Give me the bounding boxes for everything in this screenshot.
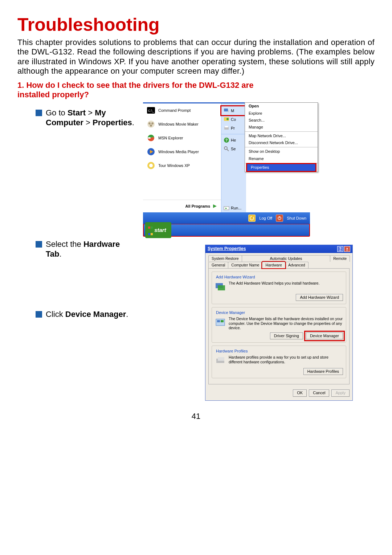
shutdown-icon	[276, 215, 283, 222]
my-computer-item[interactable]: M	[221, 106, 246, 115]
tab-general[interactable]: General	[208, 262, 228, 268]
ctx-search[interactable]: Search...	[245, 117, 318, 124]
menu-item-movie-maker[interactable]: Windows Movie Maker	[143, 117, 221, 131]
ctx-disconnect[interactable]: Disconnect Network Drive...	[245, 139, 318, 146]
group-text: The Add Hardware Wizard helps you instal…	[229, 281, 319, 292]
step-row-1: Go to Start > My Computer > Properties. …	[17, 102, 375, 237]
tab-computer-name[interactable]: Computer Name	[228, 262, 262, 268]
bold: Properties	[93, 118, 132, 127]
group-hw-profiles: Hardware Profiles Hardware profiles prov…	[212, 346, 346, 378]
label: MSN Explorer	[158, 136, 183, 140]
cancel-button[interactable]: Cancel	[309, 389, 329, 396]
start-menu-figure: C:\_ Command Prompt Windows Movie Maker …	[143, 102, 310, 237]
svg-text:C:\_: C:\_	[148, 109, 155, 113]
close-button[interactable]: ×	[344, 246, 350, 252]
ok-button[interactable]: OK	[293, 389, 307, 396]
ctx-open[interactable]: Open	[245, 103, 318, 110]
ctx-map[interactable]: Map Network Drive...	[245, 132, 318, 139]
add-hardware-wizard-button[interactable]: Add Hardware Wizard	[296, 294, 343, 301]
logoff-label[interactable]: Log Off	[259, 216, 272, 221]
right-item-se[interactable]: Se	[221, 144, 246, 153]
help-button[interactable]: ?	[337, 246, 343, 252]
tab-system-restore[interactable]: System Restore	[208, 255, 242, 262]
label: Pr	[231, 126, 235, 131]
tour-icon	[147, 161, 155, 170]
run-item[interactable]: Run...	[221, 204, 246, 212]
bold: Device Manager	[65, 310, 126, 319]
step-row-2: Select the Hardware Tab. Click Device Ma…	[17, 240, 375, 400]
menu-item-tour[interactable]: Tour Windows XP	[143, 159, 221, 172]
group-add-hardware: Add Hardware Wizard The Add Hardware Wiz…	[212, 272, 346, 304]
step2-bullet: Select the Hardware Tab.	[17, 240, 137, 259]
right-item-pr[interactable]: Pr	[221, 124, 246, 132]
label: Windows Media Player	[158, 150, 199, 154]
system-properties-dialog: System Properties ? × System Restore Aut…	[205, 245, 353, 400]
group-text: Hardware profiles provide a way for you …	[229, 355, 343, 366]
shutdown-label[interactable]: Shut Down	[287, 216, 306, 221]
text: .	[126, 310, 128, 319]
step3-text: Click Device Manager.	[46, 310, 128, 319]
group-title: Device Manager	[215, 310, 246, 315]
tab-hardware[interactable]: Hardware	[262, 262, 285, 268]
start-right-column: M Co Pr ? He Se	[221, 103, 246, 212]
svg-point-14	[226, 118, 229, 120]
driver-signing-button[interactable]: Driver Signing	[270, 332, 303, 339]
right-item-he[interactable]: ? He	[221, 136, 246, 144]
menu-item-wmp[interactable]: Windows Media Player	[143, 145, 221, 159]
apply-button[interactable]: Apply	[331, 389, 350, 396]
help-icon: ?	[224, 137, 229, 143]
titlebar: System Properties ? ×	[205, 245, 352, 253]
profiles-icon	[215, 355, 226, 366]
ctx-rename[interactable]: Rename	[245, 155, 318, 162]
tab-advanced[interactable]: Advanced	[285, 262, 309, 268]
label: Command Prompt	[158, 108, 191, 113]
svg-point-5	[150, 125, 152, 127]
svg-line-20	[227, 149, 229, 151]
bullet-square-icon	[36, 110, 42, 116]
label: Windows Movie Maker	[158, 122, 199, 127]
text: Click	[46, 310, 65, 319]
svg-point-3	[148, 122, 151, 125]
svg-rect-31	[218, 357, 224, 361]
start-left-column: C:\_ Command Prompt Windows Movie Maker …	[143, 103, 221, 212]
step1-text: Go to Start > My Computer > Properties.	[46, 108, 137, 127]
all-programs[interactable]: All Programs	[143, 200, 221, 212]
ctx-explore[interactable]: Explore	[245, 110, 318, 117]
label: All Programs	[185, 204, 210, 209]
cmd-icon: C:\_	[147, 106, 155, 115]
ctx-manage[interactable]: Manage	[245, 124, 318, 131]
computer-icon	[224, 108, 229, 114]
tab-auto-updates[interactable]: Automatic Updates	[242, 255, 331, 262]
svg-rect-15	[224, 127, 229, 130]
menu-item-command-prompt[interactable]: C:\_ Command Prompt	[143, 103, 221, 117]
text: .	[132, 118, 134, 127]
label: Co	[231, 117, 236, 122]
label: He	[231, 138, 236, 143]
device-manager-button[interactable]: Device Manager	[306, 332, 343, 339]
control-icon	[224, 117, 229, 122]
start-button[interactable]: start	[145, 222, 171, 238]
right-item-co[interactable]: Co	[221, 115, 246, 124]
tab-remote[interactable]: Remote	[330, 255, 350, 262]
page-number: 41	[17, 412, 375, 421]
text: >	[86, 108, 95, 117]
msn-icon	[147, 134, 155, 142]
svg-point-4	[151, 122, 154, 125]
page-title: Troubleshooting	[17, 14, 375, 36]
hardware-profiles-button[interactable]: Hardware Profiles	[303, 368, 343, 375]
text: .	[59, 249, 61, 258]
svg-rect-29	[221, 320, 224, 322]
group-text: The Device Manager lists all the hardwar…	[229, 317, 343, 330]
step1-bullet: Go to Start > My Computer > Properties.	[17, 108, 137, 127]
group-device-manager: Device Manager The Device Manager lists …	[212, 307, 346, 343]
ctx-show[interactable]: Show on Desktop	[245, 148, 318, 155]
window-title: System Properties	[208, 246, 246, 252]
group-title: Hardware Profiles	[215, 349, 249, 354]
ctx-properties[interactable]: Properties	[247, 164, 315, 171]
step3-bullet: Click Device Manager.	[17, 310, 137, 319]
menu-item-msn[interactable]: MSN Explorer	[143, 131, 221, 145]
search-icon	[224, 146, 229, 152]
label: M	[231, 109, 234, 113]
svg-rect-16	[225, 126, 228, 127]
taskbar: start	[143, 224, 310, 237]
